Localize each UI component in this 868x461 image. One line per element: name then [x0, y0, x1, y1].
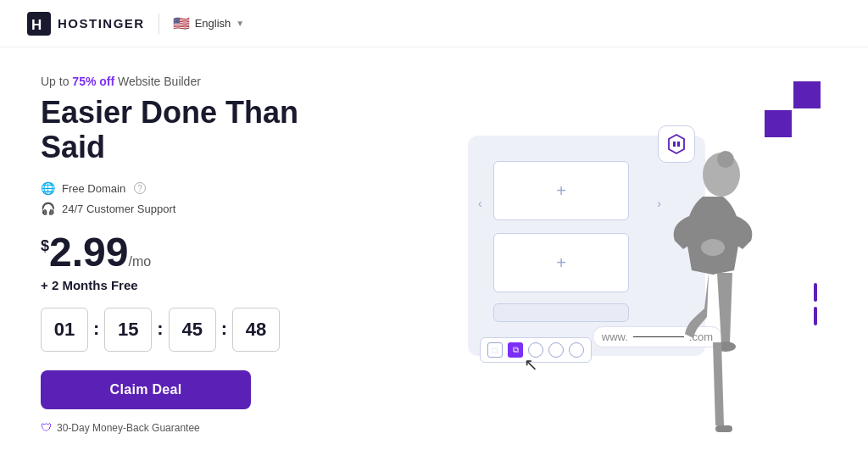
claim-deal-button[interactable]: Claim Deal [41, 370, 251, 409]
logo: H HOSTINGER [27, 12, 145, 36]
guarantee-label: 30-Day Money-Back Guarantee [57, 422, 200, 434]
price-amount: 2.99 [49, 230, 128, 275]
deco-line-1 [814, 283, 817, 302]
cursor-icon: ↖ [524, 354, 538, 375]
right-column: + + ‹ › ⬚ ⧉ ↖ [346, 64, 827, 444]
editor-panel-3 [493, 303, 629, 322]
svg-point-6 [717, 151, 734, 168]
plus-icon-2: + [556, 253, 566, 273]
toolbar-item-4 [569, 342, 584, 358]
editor-panel-2: + [493, 233, 629, 292]
help-icon[interactable]: ? [134, 182, 146, 194]
feature-support-label: 24/7 Customer Support [62, 203, 175, 215]
chevron-down-icon: ▼ [236, 19, 244, 28]
deco-square-1 [793, 81, 821, 108]
language-selector[interactable]: 🇺🇸 English ▼ [173, 15, 245, 31]
logo-text: HOSTINGER [58, 16, 145, 31]
features-list: 🌐 Free Domain ? 🎧 24/7 Customer Support [41, 181, 329, 215]
price-period: /mo [128, 254, 151, 269]
editor-panel-1: + [493, 161, 629, 220]
timer-colon-1: : [93, 318, 99, 340]
timer-colon-2: : [157, 318, 163, 340]
headset-icon: 🎧 [41, 202, 55, 215]
feature-domain-label: Free Domain [62, 182, 125, 195]
person-illustration [624, 139, 802, 453]
guarantee-row: 🛡 30-Day Money-Back Guarantee [41, 421, 329, 434]
toolbar-item-1: ⬚ [487, 342, 503, 358]
svg-text:H: H [31, 17, 42, 33]
timer-minutes: 15 [104, 308, 152, 352]
flag-icon: 🇺🇸 [173, 15, 190, 31]
headline: Easier Done Than Said [41, 95, 329, 165]
left-column: Up to 75% off Website Builder Easier Don… [41, 75, 346, 435]
price-block: $2.99/mo [41, 232, 329, 273]
globe-icon: 🌐 [41, 181, 55, 195]
timer-seconds: 45 [169, 308, 216, 352]
toolbar-item-3 [548, 342, 564, 358]
svg-rect-5 [715, 425, 732, 432]
shield-icon: 🛡 [41, 421, 52, 434]
timer-hours: 01 [41, 308, 88, 352]
main-content: Up to 75% off Website Builder Easier Don… [0, 47, 868, 461]
price-dollar: $ [41, 237, 49, 254]
timer-colon-3: : [221, 318, 227, 340]
promo-text: Up to 75% off Website Builder [41, 75, 329, 88]
header-divider [159, 14, 159, 34]
header: H HOSTINGER 🇺🇸 English ▼ [0, 0, 868, 47]
arrow-left-icon: ‹ [478, 197, 482, 210]
svg-point-3 [701, 239, 725, 256]
deco-line-2 [814, 307, 817, 325]
hostinger-logo-icon: H [27, 12, 51, 36]
feature-free-domain: 🌐 Free Domain ? [41, 181, 329, 195]
feature-support: 🎧 24/7 Customer Support [41, 202, 329, 215]
free-months-label: + 2 Months Free [41, 278, 329, 292]
promo-suffix: Website Builder [114, 75, 201, 88]
promo-discount: 75% off [72, 75, 114, 88]
plus-icon-1: + [556, 181, 566, 201]
lang-label: English [195, 17, 231, 30]
deco-square-2 [765, 110, 792, 137]
toolbar-copy-button[interactable]: ⧉ [508, 342, 523, 358]
timer-frames: 48 [232, 308, 280, 352]
deco-lines [814, 283, 817, 325]
promo-prefix: Up to [41, 75, 72, 88]
countdown-timer: 01 : 15 : 45 : 48 [41, 308, 329, 352]
